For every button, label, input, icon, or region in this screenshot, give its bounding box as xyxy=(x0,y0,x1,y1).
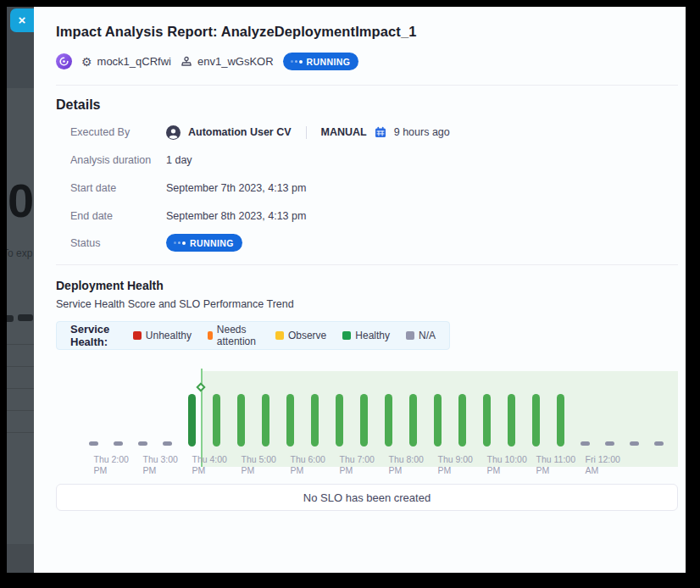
health-score-bar xyxy=(262,394,269,447)
drawer-content: Impact Analysis Report: AnalyzeDeploymen… xyxy=(34,7,686,511)
screenshot-root: { "background": { "metric_value": "0", "… xyxy=(0,0,700,588)
legend-item: Healthy xyxy=(342,324,390,347)
x-tick-label: Thu 3:00PM xyxy=(143,454,178,476)
na-dash xyxy=(581,441,590,446)
gear-icon: ⚙ xyxy=(81,56,92,68)
chart-slot xyxy=(155,441,180,447)
trigger-type: MANUAL xyxy=(321,126,367,138)
legend-item: Unhealthy xyxy=(133,324,192,347)
background-text-fragment: To exp xyxy=(7,247,32,259)
detail-row-status: Status RUNNING xyxy=(56,234,678,252)
background-row-divider xyxy=(7,388,34,389)
report-meta-row: ⚙ mock1_qCRfwi env1_wGsKOR RUNNING xyxy=(56,53,678,70)
chart-slot xyxy=(278,394,303,447)
calendar-icon xyxy=(375,126,386,138)
health-score-bar xyxy=(213,394,220,447)
health-score-bar xyxy=(360,394,368,447)
x-tick-label: Thu 9:00PM xyxy=(438,454,473,476)
close-button[interactable]: × xyxy=(10,8,34,32)
chart-slot xyxy=(475,394,499,447)
legend-swatch-icon xyxy=(133,331,142,340)
na-dash xyxy=(163,441,172,446)
na-dash xyxy=(605,441,614,446)
x-tick-label: Thu 6:00PM xyxy=(291,454,325,476)
detail-row-end-date: End date September 8th 2023, 4:13 pm xyxy=(56,208,678,225)
dimmed-background-page: 0 To exp × Impact Analysis Report: Analy… xyxy=(7,7,686,573)
background-row-divider xyxy=(7,344,34,345)
chart-slot xyxy=(81,441,106,447)
background-row-divider xyxy=(7,410,34,411)
background-pill xyxy=(18,314,33,321)
health-score-bar xyxy=(434,394,442,447)
health-score-bar xyxy=(508,394,515,447)
chart-slot xyxy=(597,441,622,447)
deployment-health-subtitle: Service Health Score and SLO Performance… xyxy=(56,298,678,310)
na-dash xyxy=(138,441,147,446)
running-dots-icon xyxy=(174,241,186,245)
x-tick-label: Thu 5:00PM xyxy=(242,454,276,476)
health-score-bar xyxy=(483,394,491,447)
chart-slot xyxy=(548,394,573,447)
detail-row-start-date: Start date September 7th 2023, 4:13 pm xyxy=(56,180,678,197)
detail-label: Executed By xyxy=(56,126,166,138)
chart-slot xyxy=(401,394,425,447)
na-dash xyxy=(89,441,98,446)
chart-slot xyxy=(376,394,401,447)
chart-slot xyxy=(450,394,475,447)
chart-slot xyxy=(425,394,450,447)
srm-module-icon xyxy=(56,53,72,69)
page-title: Impact Analysis Report: AnalyzeDeploymen… xyxy=(56,24,678,40)
chart-slot xyxy=(524,394,548,447)
detail-label: End date xyxy=(56,210,166,222)
detail-value: RUNNING xyxy=(166,234,242,252)
legend-swatch-icon xyxy=(275,331,284,340)
environment: env1_wGsKOR xyxy=(181,55,274,68)
health-score-bar xyxy=(237,394,245,447)
health-score-bar xyxy=(532,394,540,447)
section-divider xyxy=(56,264,678,265)
slo-empty-state: No SLO has been created xyxy=(56,484,678,511)
x-tick-label: Fri 12:00AM xyxy=(586,454,620,476)
legend-label: N/A xyxy=(419,330,436,341)
chart-legend-items: UnhealthyNeeds attentionObserveHealthyN/… xyxy=(133,324,436,347)
chart-slot xyxy=(131,441,155,447)
chart-slot xyxy=(647,441,671,447)
health-score-bar xyxy=(336,394,343,447)
health-score-bar xyxy=(311,394,319,447)
detail-label: Analysis duration xyxy=(56,154,166,166)
background-metric-value: 0 xyxy=(8,173,33,228)
vertical-separator xyxy=(306,126,307,139)
detail-value: September 7th 2023, 4:13 pm xyxy=(166,182,306,194)
legend-label: Unhealthy xyxy=(146,330,192,341)
chart-slot xyxy=(303,394,327,447)
detail-value: 1 day xyxy=(166,154,192,166)
legend-swatch-icon xyxy=(406,331,414,340)
x-tick-label: Thu 10:00PM xyxy=(487,454,527,476)
legend-item: N/A xyxy=(406,324,436,347)
detail-label: Status xyxy=(56,237,166,249)
na-dash xyxy=(114,441,123,446)
user-avatar-icon xyxy=(166,125,181,140)
health-score-bar xyxy=(188,394,196,447)
module-glyph xyxy=(59,57,69,66)
legend-label: Observe xyxy=(288,330,326,341)
details-heading: Details xyxy=(56,97,678,113)
x-tick-label: Thu 7:00PM xyxy=(340,454,375,476)
service-name: mock1_qCRfwi xyxy=(97,55,171,68)
running-dots-icon xyxy=(291,60,303,64)
legend-swatch-icon xyxy=(208,331,213,340)
header-divider xyxy=(56,85,678,86)
impact-analysis-report-drawer: × Impact Analysis Report: AnalyzeDeploym… xyxy=(34,7,686,573)
x-tick-label: Thu 8:00PM xyxy=(389,454,424,476)
monitored-service: ⚙ mock1_qCRfwi xyxy=(81,55,171,68)
detail-value: Automation User CV MANUAL 9 hours ago xyxy=(166,125,450,140)
background-row-divider xyxy=(7,432,34,433)
x-tick-label: Thu 2:00PM xyxy=(94,454,129,476)
chart-slot xyxy=(499,394,524,447)
x-tick-label: Thu 4:00PM xyxy=(192,454,227,476)
legend-title: Service Health: xyxy=(70,323,117,348)
environment-name: env1_wGsKOR xyxy=(197,55,274,68)
health-score-bar xyxy=(458,394,466,447)
legend-label: Healthy xyxy=(355,330,390,341)
chart-slot xyxy=(229,394,253,447)
